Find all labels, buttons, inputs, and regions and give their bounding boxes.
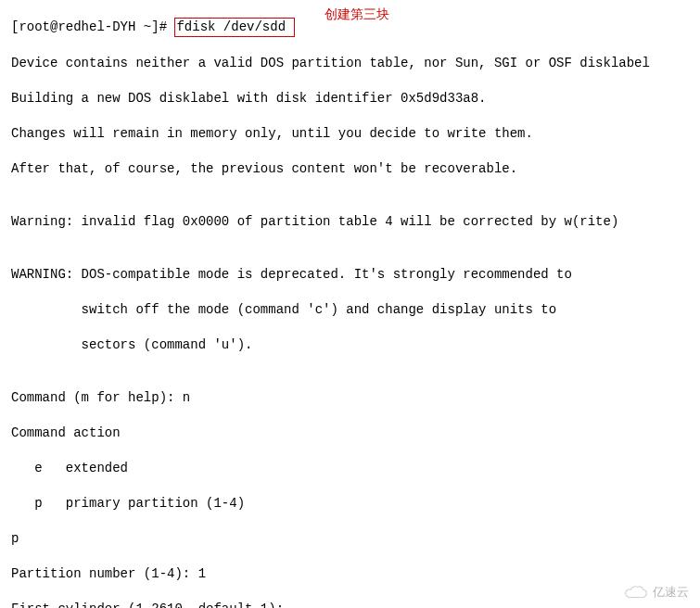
output-line: First cylinder (1-2610, default 1):	[11, 601, 700, 608]
output-line: Command (m for help): n	[11, 389, 700, 407]
output-line: e extended	[11, 460, 700, 477]
output-line: Partition number (1-4): 1	[11, 565, 700, 583]
output-line: Warning: invalid flag 0x0000 of partitio…	[11, 213, 700, 231]
output-line: p	[11, 530, 700, 548]
highlighted-command: fdisk /dev/sdd	[174, 18, 295, 37]
terminal-output: [root@redhel-DYH ~]# fdisk /dev/sdd Devi…	[0, 0, 700, 608]
watermark: 亿速云	[623, 583, 689, 601]
output-line: After that, of course, the previous cont…	[11, 160, 700, 178]
output-line: p primary partition (1-4)	[11, 495, 700, 513]
output-line: sectors (command 'u').	[11, 336, 700, 354]
output-line: Command action	[11, 424, 700, 442]
annotation-label: 创建第三块	[325, 6, 389, 23]
output-line: switch off the mode (command 'c') and ch…	[11, 301, 700, 319]
output-line: Building a new DOS disklabel with disk i…	[11, 90, 700, 108]
output-line: WARNING: DOS-compatible mode is deprecat…	[11, 266, 700, 284]
output-line: Device contains neither a valid DOS part…	[11, 55, 700, 72]
cloud-icon	[623, 584, 649, 601]
watermark-text: 亿速云	[653, 583, 689, 601]
output-line: Changes will remain in memory only, unti…	[11, 125, 700, 143]
shell-prompt: [root@redhel-DYH ~]#	[11, 19, 174, 34]
